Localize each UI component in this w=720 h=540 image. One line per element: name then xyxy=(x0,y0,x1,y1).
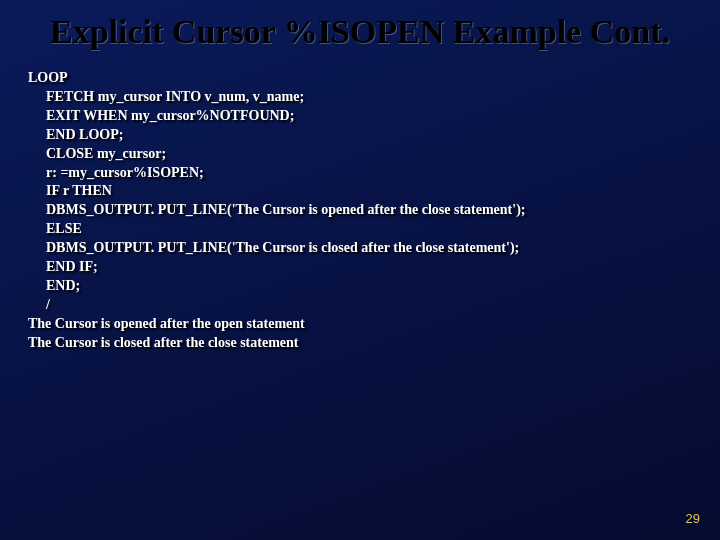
code-line: ELSE xyxy=(28,220,692,239)
code-line: END LOOP; xyxy=(28,126,692,145)
code-line: LOOP xyxy=(28,69,692,88)
code-line: CLOSE my_cursor; xyxy=(28,145,692,164)
code-line: r: =my_cursor%ISOPEN; xyxy=(28,164,692,183)
code-line: END; xyxy=(28,277,692,296)
code-line: END IF; xyxy=(28,258,692,277)
page-number: 29 xyxy=(686,511,700,526)
slide-title: Explicit Cursor %ISOPEN Example Cont. xyxy=(20,12,700,51)
code-line: IF r THEN xyxy=(28,182,692,201)
output-line: The Cursor is closed after the close sta… xyxy=(28,334,692,353)
code-line: FETCH my_cursor INTO v_num, v_name; xyxy=(28,88,692,107)
code-line: DBMS_OUTPUT. PUT_LINE('The Cursor is clo… xyxy=(28,239,692,258)
code-block: LOOP FETCH my_cursor INTO v_num, v_name;… xyxy=(28,69,692,352)
code-line: / xyxy=(28,296,692,315)
code-line: EXIT WHEN my_cursor%NOTFOUND; xyxy=(28,107,692,126)
code-line: DBMS_OUTPUT. PUT_LINE('The Cursor is ope… xyxy=(28,201,692,220)
output-line: The Cursor is opened after the open stat… xyxy=(28,315,692,334)
